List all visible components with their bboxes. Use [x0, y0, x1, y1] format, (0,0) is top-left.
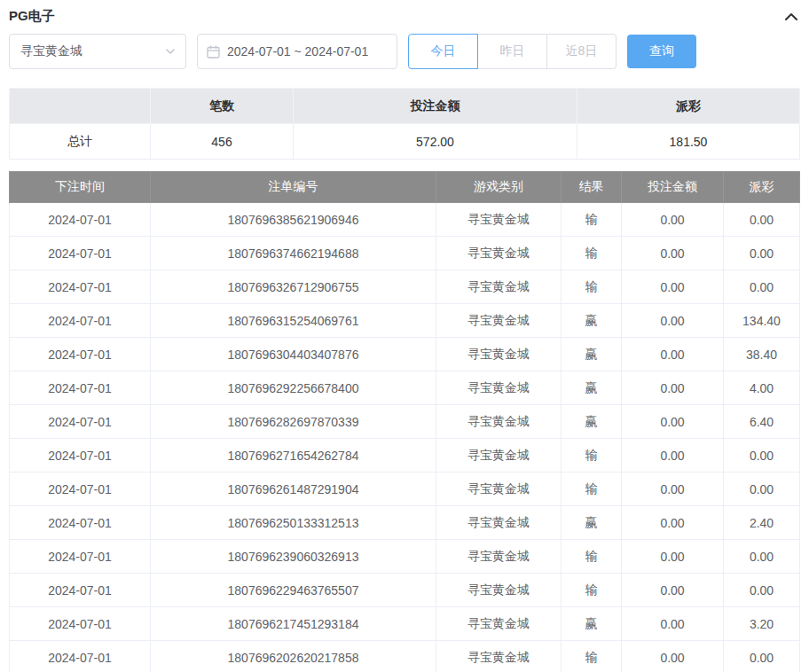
cell-bet-id: 1807696250133312513	[151, 506, 436, 540]
summary-total-count: 456	[151, 124, 294, 160]
summary-header-payout: 派彩	[577, 89, 800, 124]
cell-result: 赢	[562, 607, 622, 641]
quick-filter-group: 今日 昨日 近8日	[408, 34, 617, 69]
cell-game-type: 寻宝黄金城	[436, 641, 562, 672]
table-row: 2024-07-011807696315254069761寻宝黄金城赢0.001…	[10, 304, 800, 338]
cell-bet-id: 1807696292256678400	[151, 371, 436, 405]
column-header-game-type: 游戏类别	[436, 172, 562, 203]
cell-bet-amount: 0.00	[622, 237, 724, 270]
cell-bet-amount: 0.00	[622, 203, 724, 237]
chevron-up-icon	[785, 12, 797, 20]
bet-table: 下注时间 注单编号 游戏类别 结果 投注金额 派彩 2024-07-011807…	[9, 171, 800, 672]
cell-result: 输	[562, 237, 622, 270]
summary-header-bet-amount: 投注金额	[294, 89, 577, 124]
bet-table-body: 2024-07-011807696385621906946寻宝黄金城输0.000…	[10, 203, 800, 672]
cell-bet-time: 2024-07-01	[10, 439, 151, 473]
column-header-bet-id: 注单编号	[151, 172, 436, 203]
cell-bet-amount: 0.00	[622, 304, 724, 338]
quick-filter-today[interactable]: 今日	[408, 34, 478, 69]
cell-payout: 0.00	[724, 237, 800, 270]
cell-bet-id: 1807696374662194688	[151, 237, 436, 270]
cell-bet-id: 1807696271654262784	[151, 439, 436, 473]
cell-bet-time: 2024-07-01	[10, 473, 151, 506]
cell-bet-id: 1807696239060326913	[151, 540, 436, 574]
cell-bet-amount: 0.00	[622, 405, 724, 439]
cell-game-type: 寻宝黄金城	[436, 439, 562, 473]
quick-filter-last8days[interactable]: 近8日	[546, 34, 617, 69]
page-title: PG电子	[9, 8, 55, 25]
table-row: 2024-07-011807696261487291904寻宝黄金城输0.000…	[10, 473, 800, 506]
cell-result: 输	[562, 439, 622, 473]
cell-payout: 6.40	[724, 405, 800, 439]
table-row: 2024-07-011807696229463765507寻宝黄金城输0.000…	[10, 574, 800, 607]
cell-game-type: 寻宝黄金城	[436, 237, 562, 270]
cell-payout: 134.40	[724, 304, 800, 338]
cell-result: 赢	[562, 405, 622, 439]
cell-game-type: 寻宝黄金城	[436, 304, 562, 338]
cell-bet-id: 1807696326712906755	[151, 270, 436, 304]
cell-bet-time: 2024-07-01	[10, 641, 151, 672]
cell-bet-id: 1807696304403407876	[151, 338, 436, 371]
cell-result: 赢	[562, 506, 622, 540]
cell-bet-time: 2024-07-01	[10, 304, 151, 338]
cell-bet-amount: 0.00	[622, 473, 724, 506]
game-select-value: 寻宝黄金城	[20, 43, 82, 59]
date-range-value: 2024-07-01 ~ 2024-07-01	[227, 44, 368, 59]
summary-total-label: 总计	[10, 124, 151, 160]
cell-bet-time: 2024-07-01	[10, 506, 151, 540]
cell-game-type: 寻宝黄金城	[436, 473, 562, 506]
table-row: 2024-07-011807696250133312513寻宝黄金城赢0.002…	[10, 506, 800, 540]
cell-payout: 0.00	[724, 439, 800, 473]
cell-bet-amount: 0.00	[622, 607, 724, 641]
cell-bet-time: 2024-07-01	[10, 203, 151, 237]
table-row: 2024-07-011807696282697870339寻宝黄金城赢0.006…	[10, 405, 800, 439]
cell-payout: 0.00	[724, 203, 800, 237]
cell-payout: 38.40	[724, 338, 800, 371]
cell-bet-amount: 0.00	[622, 540, 724, 574]
cell-bet-id: 1807696229463765507	[151, 574, 436, 607]
cell-bet-id: 1807696261487291904	[151, 473, 436, 506]
table-row: 2024-07-011807696217451293184寻宝黄金城赢0.003…	[10, 607, 800, 641]
summary-header-count: 笔数	[151, 89, 294, 124]
bet-table-header-row: 下注时间 注单编号 游戏类别 结果 投注金额 派彩	[10, 172, 800, 203]
cell-payout: 0.00	[724, 270, 800, 304]
summary-total-row: 总计 456 572.00 181.50	[10, 124, 800, 160]
column-header-payout: 派彩	[724, 172, 800, 203]
cell-game-type: 寻宝黄金城	[436, 270, 562, 304]
cell-bet-amount: 0.00	[622, 506, 724, 540]
cell-payout: 2.40	[724, 506, 800, 540]
summary-total-payout: 181.50	[577, 124, 800, 160]
cell-payout: 0.00	[724, 473, 800, 506]
collapse-button[interactable]	[782, 7, 800, 25]
cell-payout: 4.00	[724, 371, 800, 405]
cell-game-type: 寻宝黄金城	[436, 405, 562, 439]
cell-game-type: 寻宝黄金城	[436, 540, 562, 574]
query-button[interactable]: 查询	[627, 35, 696, 68]
cell-result: 输	[562, 540, 622, 574]
cell-bet-amount: 0.00	[622, 439, 724, 473]
cell-bet-id: 1807696385621906946	[151, 203, 436, 237]
cell-payout: 3.20	[724, 607, 800, 641]
cell-bet-id: 1807696282697870339	[151, 405, 436, 439]
pg-panel: PG电子 寻宝黄金城	[0, 0, 809, 672]
cell-bet-amount: 0.00	[622, 270, 724, 304]
cell-bet-time: 2024-07-01	[10, 405, 151, 439]
cell-bet-amount: 0.00	[622, 574, 724, 607]
cell-game-type: 寻宝黄金城	[436, 574, 562, 607]
cell-bet-time: 2024-07-01	[10, 574, 151, 607]
cell-bet-time: 2024-07-01	[10, 371, 151, 405]
date-range-picker[interactable]: 2024-07-01 ~ 2024-07-01	[197, 34, 397, 69]
cell-result: 输	[562, 270, 622, 304]
quick-filter-yesterday[interactable]: 昨日	[477, 34, 547, 69]
table-row: 2024-07-011807696374662194688寻宝黄金城输0.000…	[10, 237, 800, 270]
table-row: 2024-07-011807696239060326913寻宝黄金城输0.000…	[10, 540, 800, 574]
calendar-icon	[207, 45, 220, 59]
column-header-bet-amount: 投注金额	[622, 172, 724, 203]
cell-result: 输	[562, 574, 622, 607]
cell-game-type: 寻宝黄金城	[436, 506, 562, 540]
game-select[interactable]: 寻宝黄金城	[9, 34, 186, 69]
column-header-bet-time: 下注时间	[10, 172, 151, 203]
column-header-result: 结果	[562, 172, 622, 203]
cell-bet-amount: 0.00	[622, 338, 724, 371]
cell-game-type: 寻宝黄金城	[436, 607, 562, 641]
